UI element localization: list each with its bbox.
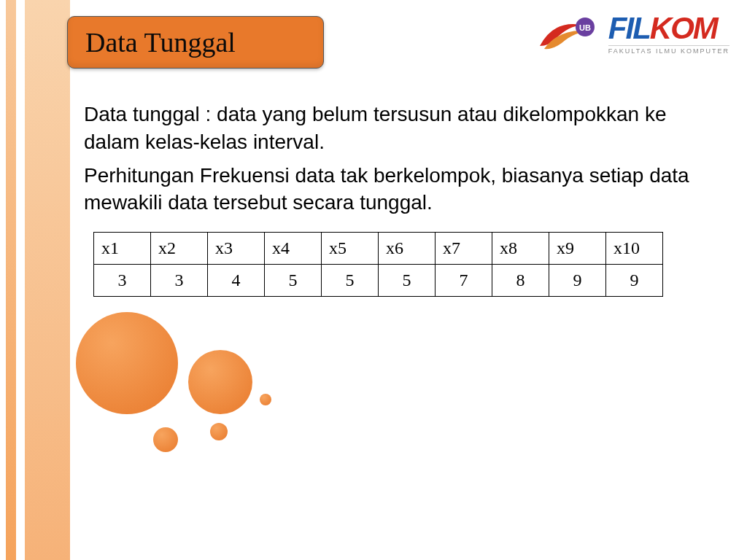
- decor-circle-small-1: [153, 427, 178, 452]
- data-table: x1 x2 x3 x4 x5 x6 x7 x8 x9 x10 3 3 4 5 5…: [93, 232, 663, 297]
- table-value-row: 3 3 4 5 5 5 7 8 9 9: [94, 265, 663, 297]
- table-header-cell: x3: [208, 233, 265, 265]
- table-cell: 4: [208, 265, 265, 297]
- table-header-cell: x8: [492, 233, 549, 265]
- logo: UB FILKOM FAKULTAS ILMU KOMPUTER: [534, 13, 729, 55]
- table-header-cell: x7: [436, 233, 492, 265]
- table-header-cell: x4: [265, 233, 322, 265]
- table-header-cell: x2: [151, 233, 208, 265]
- logo-part1: FIL: [608, 11, 650, 45]
- table-header-cell: x5: [322, 233, 379, 265]
- table-header-cell: x1: [94, 233, 151, 265]
- page-title: Data Tunggal: [85, 26, 236, 58]
- table-header-cell: x9: [549, 233, 606, 265]
- ub-badge-text: UB: [579, 23, 591, 32]
- content-area: Data tunggal : data yang belum tersusun …: [84, 101, 689, 222]
- table-cell: 7: [436, 265, 492, 297]
- logo-subtitle: FAKULTAS ILMU KOMPUTER: [608, 45, 729, 55]
- logo-part2: KOM: [650, 11, 717, 45]
- decor-stripe-wide: [25, 0, 70, 560]
- paragraph-1: Data tunggal : data yang belum tersusun …: [84, 101, 689, 156]
- decor-circle-small-3: [260, 394, 271, 405]
- table-cell: 8: [492, 265, 549, 297]
- table-cell: 5: [379, 265, 436, 297]
- logo-text: FILKOM FAKULTAS ILMU KOMPUTER: [608, 13, 729, 55]
- decor-circle-medium: [188, 350, 252, 414]
- table-cell: 9: [549, 265, 606, 297]
- table-header-row: x1 x2 x3 x4 x5 x6 x7 x8 x9 x10: [94, 233, 663, 265]
- table-cell: 3: [151, 265, 208, 297]
- table-header-cell: x10: [606, 233, 663, 265]
- logo-swoosh-icon: UB: [534, 14, 604, 55]
- table-cell: 9: [606, 265, 663, 297]
- table-header-cell: x6: [379, 233, 436, 265]
- table-cell: 5: [265, 265, 322, 297]
- decor-circle-big: [76, 312, 178, 414]
- table-cell: 3: [94, 265, 151, 297]
- decor-circle-small-2: [210, 423, 228, 440]
- title-box: Data Tunggal: [67, 16, 324, 69]
- decor-stripe-thin: [6, 0, 16, 560]
- paragraph-2: Perhitungan Frekuensi data tak berkelomp…: [84, 162, 689, 217]
- table-cell: 5: [322, 265, 379, 297]
